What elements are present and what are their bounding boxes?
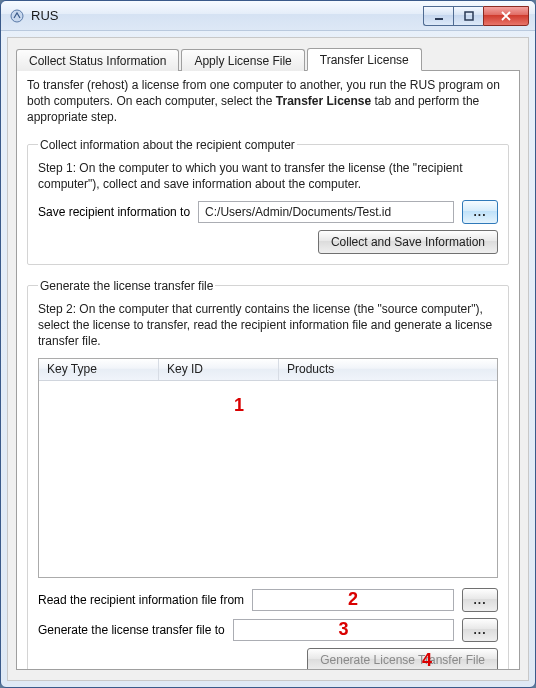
- group-collect-legend: Collect information about the recipient …: [38, 138, 297, 152]
- generate-row: Generate the license transfer file to 3 …: [38, 618, 498, 642]
- license-table[interactable]: Key Type Key ID Products 1: [38, 358, 498, 578]
- window-title: RUS: [31, 8, 423, 23]
- intro-text: To transfer (rehost) a license from one …: [27, 77, 509, 126]
- collect-save-button[interactable]: Collect and Save Information: [318, 230, 498, 254]
- minimize-button[interactable]: [423, 6, 453, 26]
- step1-text: Step 1: On the computer to which you wan…: [38, 160, 498, 192]
- read-path-input[interactable]: [252, 589, 454, 611]
- generate-transfer-button[interactable]: Generate License Transfer File: [307, 648, 498, 671]
- window-buttons: [423, 6, 529, 26]
- tab-collect-status[interactable]: Collect Status Information: [16, 49, 179, 71]
- table-header: Key Type Key ID Products: [39, 359, 497, 381]
- generate-path-input[interactable]: [233, 619, 454, 641]
- app-icon: [9, 8, 25, 24]
- maximize-button[interactable]: [453, 6, 483, 26]
- close-button[interactable]: [483, 6, 529, 26]
- group-generate-legend: Generate the license transfer file: [38, 279, 215, 293]
- col-key-type[interactable]: Key Type: [39, 359, 159, 380]
- read-row: Read the recipient information file from…: [38, 588, 498, 612]
- save-label: Save recipient information to: [38, 205, 190, 219]
- group-collect-info: Collect information about the recipient …: [27, 138, 509, 265]
- col-products[interactable]: Products: [279, 359, 497, 380]
- group-generate: Generate the license transfer file Step …: [27, 279, 509, 670]
- tab-transfer-license[interactable]: Transfer License: [307, 48, 422, 71]
- browse-generate-button[interactable]: ...: [462, 618, 498, 642]
- svg-rect-1: [435, 18, 443, 20]
- browse-read-button[interactable]: ...: [462, 588, 498, 612]
- step2-text: Step 2: On the computer that currently c…: [38, 301, 498, 350]
- tab-apply-license[interactable]: Apply License File: [181, 49, 304, 71]
- tab-strip: Collect Status Information Apply License…: [16, 46, 520, 71]
- client-area: Collect Status Information Apply License…: [7, 37, 529, 681]
- titlebar[interactable]: RUS: [1, 1, 535, 31]
- save-path-input[interactable]: [198, 201, 454, 223]
- generate-label: Generate the license transfer file to: [38, 623, 225, 637]
- app-window: RUS Collect Status Information Apply Lic…: [0, 0, 536, 688]
- intro-bold: Transfer License: [276, 94, 371, 108]
- col-key-id[interactable]: Key ID: [159, 359, 279, 380]
- annotation-1: 1: [234, 395, 244, 416]
- svg-point-0: [11, 10, 23, 22]
- save-row: Save recipient information to ...: [38, 200, 498, 224]
- browse-save-button[interactable]: ...: [462, 200, 498, 224]
- read-label: Read the recipient information file from: [38, 593, 244, 607]
- transfer-license-panel: To transfer (rehost) a license from one …: [16, 71, 520, 670]
- svg-rect-2: [465, 12, 473, 20]
